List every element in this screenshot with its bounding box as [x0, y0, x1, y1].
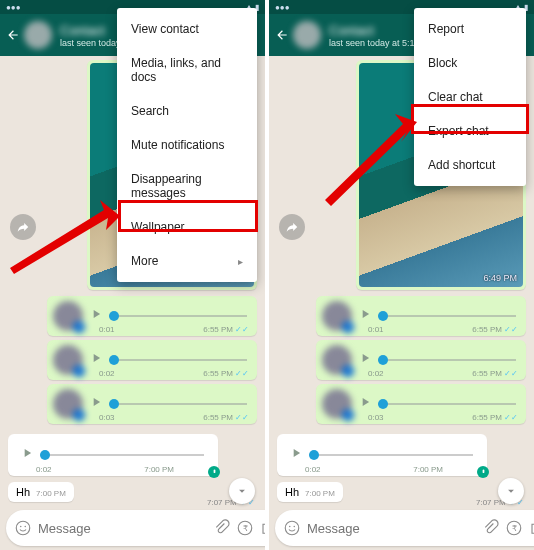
voice-avatar: [53, 389, 83, 419]
message-input-box[interactable]: ₹: [6, 510, 265, 546]
mic-badge-icon: [73, 409, 85, 421]
voice-track[interactable]: [378, 359, 516, 361]
voice-avatar: [322, 389, 352, 419]
menu-media-links-docs[interactable]: Media, links, and docs: [117, 46, 257, 94]
play-button[interactable]: [89, 351, 103, 369]
menu-disappearing-messages[interactable]: Disappearing messages: [117, 162, 257, 210]
svg-point-2: [25, 526, 27, 528]
menu-more[interactable]: More▸: [117, 244, 257, 278]
voice-message-out[interactable]: 0:016:55 PM✓✓: [47, 296, 257, 336]
svg-point-8: [289, 526, 291, 528]
voice-message-out[interactable]: 0:026:55 PM✓✓: [47, 340, 257, 380]
mic-badge-icon: [342, 365, 354, 377]
play-button[interactable]: [89, 395, 103, 413]
phone-left: ●●● ▮ Contact last seen today at 5:16 6:…: [0, 0, 265, 550]
menu-export-chat[interactable]: Export chat: [414, 114, 526, 148]
message-text: Hh: [285, 486, 299, 498]
voice-timestamp: 6:55 PM: [203, 325, 233, 334]
attach-icon[interactable]: [481, 519, 499, 537]
menu-mute-notifications[interactable]: Mute notifications: [117, 128, 257, 162]
voice-duration: 0:02: [305, 465, 321, 474]
carrier-label: ●●●: [275, 3, 290, 12]
voice-timestamp: 6:55 PM: [203, 413, 233, 422]
voice-message-in[interactable]: 0:027:00 PM: [277, 434, 487, 476]
voice-track[interactable]: [40, 454, 204, 456]
voice-duration: 0:01: [99, 325, 115, 334]
voice-track[interactable]: [109, 315, 247, 317]
message-timestamp: 7:00 PM: [36, 489, 66, 498]
voice-message-out[interactable]: 0:036:55 PM✓✓: [316, 384, 526, 424]
carrier-label: ●●●: [6, 3, 21, 12]
voice-track[interactable]: [109, 359, 247, 361]
message-input[interactable]: [38, 521, 206, 536]
avatar[interactable]: [24, 21, 52, 49]
voice-message-out[interactable]: 0:026:55 PM✓✓: [316, 340, 526, 380]
read-ticks-icon: ✓✓: [504, 325, 518, 334]
emoji-icon[interactable]: [14, 519, 32, 537]
mic-badge-icon: [342, 321, 354, 333]
forward-button[interactable]: [279, 214, 305, 240]
rupee-icon[interactable]: ₹: [505, 519, 523, 537]
voice-timestamp: 6:55 PM: [203, 369, 233, 378]
voice-message-in[interactable]: 0:027:00 PM: [8, 434, 218, 476]
svg-point-7: [285, 521, 299, 535]
phone-right: ●●● ▮ Contact last seen today at 5:16 6:…: [269, 0, 534, 550]
play-button[interactable]: [358, 307, 372, 325]
voice-message-out[interactable]: 0:016:55 PM✓✓: [316, 296, 526, 336]
back-icon[interactable]: [6, 28, 20, 42]
menu-view-contact[interactable]: View contact: [117, 12, 257, 46]
play-button[interactable]: [89, 307, 103, 325]
message-input[interactable]: [307, 521, 475, 536]
read-ticks-icon: ✓✓: [235, 413, 249, 422]
mic-badge-icon: [342, 409, 354, 421]
forward-button[interactable]: [10, 214, 36, 240]
play-button[interactable]: [358, 351, 372, 369]
voice-track[interactable]: [309, 454, 473, 456]
attach-icon[interactable]: [212, 519, 230, 537]
chevron-right-icon: ▸: [238, 256, 243, 267]
voice-message-out[interactable]: 0:036:55 PM✓✓: [47, 384, 257, 424]
voice-timestamp: 6:55 PM: [472, 369, 502, 378]
svg-text:₹: ₹: [512, 524, 517, 533]
voice-avatar: [322, 345, 352, 375]
message-timestamp: 6:49 PM: [483, 273, 517, 283]
read-ticks-icon: ✓✓: [235, 325, 249, 334]
text-message-in[interactable]: Hh7:00 PM: [277, 482, 343, 502]
menu-block[interactable]: Block: [414, 46, 526, 80]
back-icon[interactable]: [275, 28, 289, 42]
voice-track[interactable]: [378, 403, 516, 405]
svg-text:₹: ₹: [243, 524, 248, 533]
voice-avatar: [53, 301, 83, 331]
voice-timestamp: 7:00 PM: [144, 465, 174, 474]
menu-add-shortcut[interactable]: Add shortcut: [414, 148, 526, 182]
menu-search[interactable]: Search: [117, 94, 257, 128]
input-bar: ₹: [269, 506, 534, 550]
voice-duration: 0:02: [99, 369, 115, 378]
rupee-icon[interactable]: ₹: [236, 519, 254, 537]
play-button[interactable]: [289, 446, 303, 464]
menu-report[interactable]: Report: [414, 12, 526, 46]
voice-track[interactable]: [109, 403, 247, 405]
avatar[interactable]: [293, 21, 321, 49]
voice-avatar: [53, 345, 83, 375]
voice-track[interactable]: [378, 315, 516, 317]
overflow-submenu: Report Block Clear chat Export chat Add …: [414, 8, 526, 186]
read-ticks-icon: ✓✓: [504, 369, 518, 378]
read-ticks-icon: ✓✓: [235, 369, 249, 378]
play-button[interactable]: [20, 446, 34, 464]
voice-timestamp: 6:55 PM: [472, 413, 502, 422]
scroll-down-button[interactable]: [229, 478, 255, 504]
scroll-down-button[interactable]: [498, 478, 524, 504]
camera-icon[interactable]: [529, 519, 534, 537]
menu-clear-chat[interactable]: Clear chat: [414, 80, 526, 114]
menu-wallpaper[interactable]: Wallpaper: [117, 210, 257, 244]
emoji-icon[interactable]: [283, 519, 301, 537]
text-message-in[interactable]: Hh7:00 PM: [8, 482, 74, 502]
play-button[interactable]: [358, 395, 372, 413]
voice-avatar: [322, 301, 352, 331]
message-input-box[interactable]: ₹: [275, 510, 534, 546]
message-timestamp: 7:00 PM: [305, 489, 335, 498]
voice-timestamp: 7:00 PM: [413, 465, 443, 474]
voice-duration: 0:01: [368, 325, 384, 334]
camera-icon[interactable]: [260, 519, 265, 537]
